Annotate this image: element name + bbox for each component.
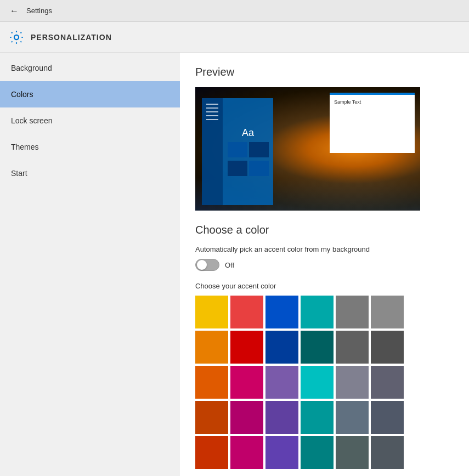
page-title: PERSONALIZATION	[31, 33, 112, 42]
preview-start-list	[202, 98, 223, 205]
preview-container: Aa Sample Text	[195, 87, 420, 211]
title-bar-text: Settings	[26, 7, 52, 15]
preview-start-menu: Aa	[202, 98, 273, 205]
preview-tile-2	[249, 142, 269, 157]
preview-aa-text: Aa	[242, 127, 254, 139]
color-swatch-13[interactable]	[230, 366, 263, 399]
toggle-off-label: Off	[225, 261, 234, 269]
svg-point-0	[14, 35, 19, 39]
color-swatch-28[interactable]	[336, 436, 369, 469]
preview-tiles: Aa	[223, 98, 273, 205]
preview-dialog: Sample Text	[330, 93, 415, 153]
color-swatch-7[interactable]	[230, 331, 263, 364]
color-swatch-11[interactable]	[371, 331, 404, 364]
preview-tile-row-1	[228, 142, 269, 157]
color-swatch-16[interactable]	[336, 366, 369, 399]
color-swatch-12[interactable]	[195, 366, 228, 399]
color-swatch-19[interactable]	[230, 401, 263, 434]
preview-tile-4	[249, 161, 269, 176]
color-swatch-24[interactable]	[195, 436, 228, 469]
preview-dialog-text: Sample Text	[334, 99, 410, 105]
color-swatch-18[interactable]	[195, 401, 228, 434]
back-button[interactable]: ←	[7, 3, 22, 19]
preview-tile-row-2	[228, 161, 269, 176]
color-swatch-25[interactable]	[230, 436, 263, 469]
toggle-row: Off	[195, 259, 454, 271]
preview-title: Preview	[195, 66, 454, 78]
color-swatch-4[interactable]	[336, 296, 369, 328]
sidebar-item-themes[interactable]: Themes	[0, 134, 180, 160]
auto-pick-label: Automatically pick an accent color from …	[195, 245, 454, 253]
color-swatch-10[interactable]	[336, 331, 369, 364]
color-swatch-17[interactable]	[371, 366, 404, 399]
menu-line-2	[206, 107, 218, 109]
color-swatch-20[interactable]	[265, 401, 298, 434]
content-area: Preview Aa	[180, 53, 469, 476]
preview-tile-3	[228, 161, 247, 176]
main-layout: Background Colors Lock screen Themes Sta…	[0, 53, 469, 476]
color-swatch-8[interactable]	[265, 331, 298, 364]
color-swatch-26[interactable]	[265, 436, 298, 469]
color-swatch-15[interactable]	[301, 366, 334, 399]
sidebar-item-colors[interactable]: Colors	[0, 81, 180, 107]
color-swatch-6[interactable]	[195, 331, 228, 364]
color-swatch-23[interactable]	[371, 401, 404, 434]
menu-line-3	[206, 111, 218, 112]
color-swatch-5[interactable]	[371, 296, 404, 328]
toggle-knob	[197, 260, 207, 270]
preview-dialog-body	[334, 105, 410, 150]
header: PERSONALIZATION	[0, 22, 469, 53]
menu-line-4	[206, 115, 218, 116]
color-swatch-21[interactable]	[301, 401, 334, 434]
menu-line-5	[206, 119, 218, 120]
gear-icon	[9, 30, 24, 45]
sidebar-item-lock-screen[interactable]: Lock screen	[0, 107, 180, 134]
title-bar: ← Settings	[0, 0, 469, 22]
choose-color-title: Choose a color	[195, 224, 454, 236]
color-swatch-27[interactable]	[301, 436, 334, 469]
back-icon: ←	[10, 6, 19, 16]
sidebar-item-start[interactable]: Start	[0, 160, 180, 186]
color-swatch-14[interactable]	[265, 366, 298, 399]
menu-line-1	[206, 104, 218, 105]
color-swatch-29[interactable]	[371, 436, 404, 469]
color-swatch-1[interactable]	[230, 296, 263, 328]
color-swatch-9[interactable]	[301, 331, 334, 364]
accent-label: Choose your accent color	[195, 282, 454, 290]
sidebar-item-background[interactable]: Background	[0, 55, 180, 81]
color-swatch-2[interactable]	[265, 296, 298, 328]
color-swatch-22[interactable]	[336, 401, 369, 434]
sidebar: Background Colors Lock screen Themes Sta…	[0, 53, 180, 476]
color-grid	[195, 296, 454, 469]
auto-pick-toggle[interactable]	[195, 259, 219, 271]
color-swatch-3[interactable]	[301, 296, 334, 328]
color-swatch-0[interactable]	[195, 296, 228, 328]
preview-tile-1	[228, 142, 247, 157]
